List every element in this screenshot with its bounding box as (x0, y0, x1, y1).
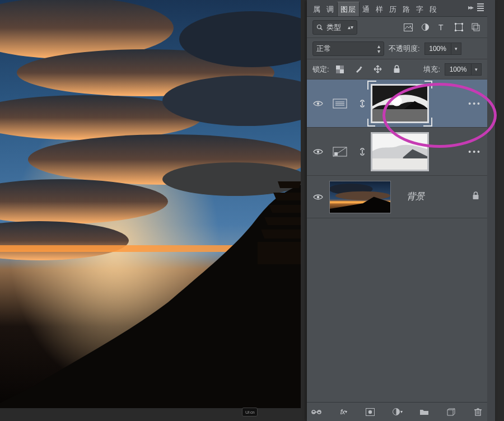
fx-icon[interactable]: fx▾ (337, 406, 349, 418)
blend-mode-value: 正常 (316, 44, 331, 54)
svg-point-53 (368, 410, 372, 413)
svg-rect-18 (455, 23, 456, 25)
tab-layers[interactable]: 图层 (337, 2, 360, 16)
svg-rect-43 (372, 158, 427, 169)
lock-transparency-icon[interactable] (334, 63, 346, 76)
pixel-filter-icon[interactable] (402, 21, 414, 34)
smartobj-filter-icon[interactable] (469, 21, 482, 34)
tab-channels[interactable]: 通 (360, 2, 373, 16)
adjust-filter-icon[interactable] (419, 21, 431, 34)
lock-label: 锁定: (312, 64, 329, 74)
panel-menu-icon[interactable] (477, 3, 484, 11)
layer-list: ••• ••• (307, 79, 487, 402)
tab-styles[interactable]: 样 (373, 2, 386, 16)
svg-rect-11 (0, 245, 241, 252)
opacity-label: 不透明度: (389, 44, 420, 54)
layer-filter-row: 类型 ▴▾ T (307, 17, 487, 38)
canvas-image (0, 0, 301, 408)
svg-rect-36 (372, 109, 427, 121)
tab-history[interactable]: 历 (386, 2, 400, 16)
lock-all-icon[interactable] (391, 63, 403, 76)
layer-mask-thumb[interactable] (371, 84, 429, 123)
trash-icon[interactable] (472, 406, 484, 418)
layer-bottom-bar: fx▾ ▾ (307, 402, 487, 421)
visibility-toggle[interactable] (310, 194, 326, 200)
watermark-badge: UI cn (242, 408, 258, 417)
svg-rect-19 (461, 23, 463, 25)
link-layers-icon[interactable] (310, 406, 323, 418)
group-icon[interactable] (418, 406, 430, 418)
adjustment-icon[interactable]: ▾ (391, 406, 403, 418)
fill-label: 填充: (423, 64, 440, 74)
blend-mode-select[interactable]: 正常 ▴▾ (312, 41, 384, 56)
opacity-dropdown[interactable]: ▾ (451, 43, 461, 55)
visibility-toggle[interactable] (310, 100, 326, 107)
tab-paths[interactable]: 路 (400, 2, 413, 16)
layer-more-icon[interactable]: ••• (468, 147, 482, 156)
svg-rect-41 (334, 152, 338, 156)
type-filter-icon[interactable]: T (436, 21, 448, 34)
smart-filter-icon (326, 147, 354, 157)
new-layer-icon[interactable] (445, 406, 457, 418)
link-icon[interactable] (354, 99, 371, 109)
svg-rect-26 (340, 66, 344, 69)
layer-filter-select[interactable]: 类型 ▴▾ (312, 20, 357, 35)
svg-point-37 (391, 96, 402, 106)
expand-panel-icon[interactable]: ▸▸ (468, 3, 473, 11)
svg-rect-29 (394, 68, 400, 73)
layer-row-background[interactable]: 背景 (307, 176, 487, 218)
panel-tabs: 属 调 图层 通 样 历 路 字 段 ▸▸ (307, 0, 487, 17)
svg-rect-49 (473, 195, 479, 199)
svg-rect-55 (475, 410, 480, 415)
fill-input[interactable] (445, 63, 472, 76)
link-icon[interactable] (354, 147, 371, 157)
svg-rect-22 (472, 24, 478, 29)
tab-properties[interactable]: 属 (310, 2, 324, 16)
lock-paint-icon[interactable] (353, 63, 365, 76)
lock-icon (472, 191, 479, 202)
svg-rect-20 (455, 30, 456, 31)
layer-row-1[interactable]: ••• (307, 79, 487, 128)
tab-adjust[interactable]: 调 (324, 2, 337, 16)
svg-rect-25 (340, 69, 344, 73)
svg-point-47 (335, 191, 390, 200)
tab-paragraph[interactable]: 段 (427, 2, 440, 16)
fill-dropdown[interactable]: ▾ (472, 63, 482, 76)
svg-rect-21 (461, 30, 463, 31)
opacity-input[interactable] (424, 43, 451, 55)
visibility-toggle[interactable] (310, 148, 326, 155)
svg-point-12 (318, 25, 321, 29)
lock-row: 锁定: 填充: ▾ (307, 59, 487, 79)
stepper-arrows-icon: ▴▾ (348, 25, 353, 30)
svg-point-30 (317, 102, 319, 104)
svg-rect-24 (336, 66, 340, 69)
shape-filter-icon[interactable] (452, 21, 465, 34)
svg-rect-23 (474, 25, 479, 31)
layer-row-2[interactable]: ••• (307, 128, 487, 176)
layer-name[interactable]: 背景 (391, 191, 472, 203)
search-icon (316, 24, 323, 31)
vertical-scrollbar[interactable] (487, 0, 495, 421)
layer-mask-thumb[interactable] (371, 132, 429, 171)
canvas-area[interactable]: UI cn (0, 0, 301, 421)
lock-position-icon[interactable] (372, 63, 384, 76)
tab-character[interactable]: 字 (413, 2, 427, 16)
layers-panel: 属 调 图层 通 样 历 路 字 段 ▸▸ 类型 ▴▾ (307, 0, 495, 421)
svg-point-38 (317, 150, 319, 152)
layer-thumb[interactable] (329, 181, 391, 213)
blend-row: 正常 ▴▾ 不透明度: ▾ (307, 38, 487, 59)
layer-more-icon[interactable]: ••• (468, 99, 482, 108)
add-mask-icon[interactable] (364, 406, 376, 418)
svg-text:T: T (438, 24, 444, 31)
svg-rect-17 (455, 24, 462, 31)
smart-filter-icon (326, 99, 354, 109)
stepper-arrows-icon: ▴▾ (377, 44, 380, 54)
svg-line-13 (321, 28, 323, 30)
svg-rect-27 (336, 69, 340, 73)
layer-filter-label: 类型 (326, 22, 341, 32)
svg-point-44 (317, 195, 319, 198)
